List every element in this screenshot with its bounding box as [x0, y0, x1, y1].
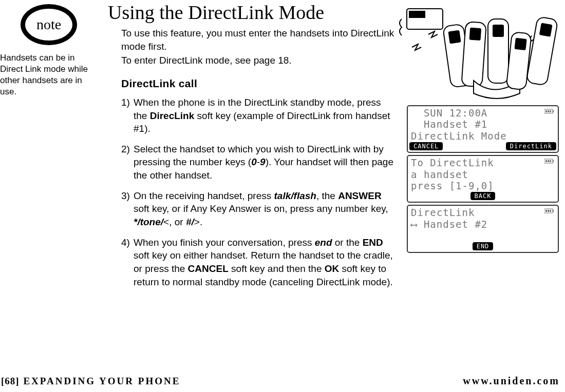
text: . [200, 217, 202, 227]
softkey-end: END [363, 237, 383, 248]
screen-lines: DirectLink ⟷ Handset #2 [408, 206, 558, 242]
lcd-line: press [1-9,0] [411, 180, 555, 191]
handsets-illustration [397, 6, 561, 101]
key-star-tone: */tone/ [134, 217, 163, 227]
svg-rect-18 [553, 160, 554, 162]
svg-rect-11 [540, 24, 552, 36]
lcd-line: To DirectLink [411, 157, 555, 168]
text: , or [169, 217, 186, 227]
main-content: Using the DirectLink Mode To use this fe… [108, 0, 396, 296]
softkey-row: BACK [408, 192, 558, 202]
svg-rect-5 [470, 28, 481, 40]
softkey-ok: OK [325, 263, 340, 274]
lcd-line: DirectLink Mode [411, 130, 555, 142]
svg-rect-14 [545, 110, 547, 112]
lcd-line: DirectLink [411, 207, 555, 218]
softkey-row: END [408, 242, 558, 252]
step-2: 2) Select the handset to which you wish … [121, 143, 396, 182]
svg-rect-3 [449, 31, 461, 44]
key-zero: 0 [251, 156, 257, 167]
step-body: Select the handset to which you wish to … [134, 143, 396, 182]
note-badge: note [21, 4, 77, 45]
svg-rect-1 [409, 11, 425, 17]
intro-paragraph: To use this feature, you must enter the … [121, 27, 396, 67]
step-number: 3) [121, 189, 134, 229]
softkey-cancel: CANCEL [409, 142, 443, 150]
key-direclink: DirecLink [150, 110, 195, 121]
softkey-directlink: DirectLink [506, 142, 556, 150]
svg-rect-16 [550, 110, 551, 112]
step-3: 3) On the receiving handset, press talk/… [121, 189, 396, 229]
text: When you finish your conversation, press [134, 237, 315, 248]
step-number: 1) [121, 96, 134, 135]
text: < [163, 217, 169, 227]
screen-lines: SUN 12:00A Handset #1 DirectLink Mode [408, 106, 558, 142]
svg-rect-19 [545, 160, 547, 162]
step-1: 1) When the phone is in the DirectLink s… [121, 96, 396, 135]
page-title: Using the DirectLink Mode [108, 1, 396, 24]
svg-rect-21 [550, 160, 551, 162]
key-answer: ANSWER [338, 190, 381, 201]
handsets-svg [397, 6, 561, 101]
text: soft key and then the [229, 263, 325, 274]
svg-rect-7 [493, 25, 503, 36]
steps-list: 1) When the phone is in the DirectLink s… [121, 96, 396, 288]
text: or the [332, 237, 363, 248]
lcd-line [411, 230, 555, 241]
text: , the [316, 190, 338, 201]
lcd-line: Handset #1 [411, 119, 555, 130]
screen-lines: To DirectLink a handset press [1-9,0] [408, 156, 558, 192]
text: > [194, 217, 200, 227]
note-label: note [36, 16, 61, 33]
screen-connected: DirectLink ⟷ Handset #2 END [407, 205, 559, 252]
svg-rect-20 [548, 160, 549, 162]
softkey-back: BACK [470, 192, 496, 200]
subheading: DirectLink call [121, 77, 396, 90]
key-nine: 9 [260, 156, 266, 167]
battery-icon [544, 158, 555, 164]
step-body: When the phone is in the DirectLink stan… [134, 96, 396, 135]
svg-rect-23 [553, 210, 554, 212]
step-4: 4) When you finish your conversation, pr… [121, 236, 396, 289]
key-end: end [315, 237, 332, 248]
svg-rect-13 [553, 110, 554, 112]
sidebar-note: note Handsets can be in Direct Link mode… [0, 4, 103, 97]
footer-left: [68] EXPANDING YOUR PHONE [0, 376, 180, 387]
step-number: 2) [121, 143, 134, 182]
screen-standby: SUN 12:00A Handset #1 DirectLink Mode CA… [407, 105, 559, 153]
page-footer: [68] EXPANDING YOUR PHONE www.uniden.com [0, 375, 565, 387]
softkey-cancel: CANCEL [188, 263, 229, 274]
screen-select: To DirectLink a handset press [1-9,0] BA… [407, 155, 559, 203]
section-title: EXPANDING YOUR PHONE [20, 376, 181, 386]
svg-rect-24 [545, 210, 547, 212]
step-body: On the receiving handset, press talk/fla… [134, 189, 396, 229]
svg-rect-15 [548, 110, 549, 112]
step-body: When you finish your conversation, press… [134, 236, 396, 289]
step-number: 4) [121, 236, 134, 289]
svg-rect-9 [515, 38, 526, 50]
text: On the receiving handset, press [134, 190, 274, 201]
lcd-line: ⟷ Handset #2 [411, 219, 555, 230]
lcd-line: SUN 12:00A [411, 107, 555, 119]
softkey-spacer [445, 142, 503, 150]
lcd-screens: SUN 12:00A Handset #1 DirectLink Mode CA… [407, 105, 561, 255]
intro-line1: To use this feature, you must enter the … [121, 27, 396, 53]
footer-url: www.uniden.com [463, 375, 565, 387]
svg-rect-26 [550, 210, 551, 212]
softkey-row: CANCEL DirectLink [408, 142, 558, 152]
page-number: [68] [1, 376, 20, 386]
key-pound: #/ [186, 217, 194, 227]
lcd-line: a handset [411, 169, 555, 180]
softkey-end: END [473, 242, 494, 250]
note-text: Handsets can be in Direct Link mode whil… [0, 52, 103, 97]
text: soft key, or if Any Key Answer is on, pr… [134, 203, 388, 214]
key-talk-flash: talk/flash [274, 190, 316, 201]
svg-rect-25 [548, 210, 549, 212]
battery-icon [544, 108, 555, 114]
battery-icon [544, 208, 555, 214]
intro-line2: To enter DirectLink mode, see page 18. [121, 54, 396, 67]
